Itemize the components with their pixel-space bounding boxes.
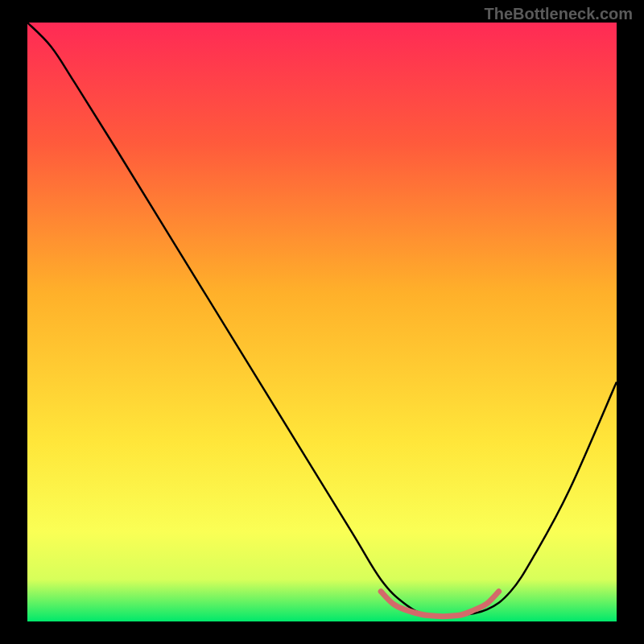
watermark-text: TheBottleneck.com bbox=[485, 5, 633, 23]
chart-background bbox=[27, 23, 617, 621]
chart-plot-area bbox=[27, 23, 617, 621]
chart-svg bbox=[27, 23, 617, 621]
